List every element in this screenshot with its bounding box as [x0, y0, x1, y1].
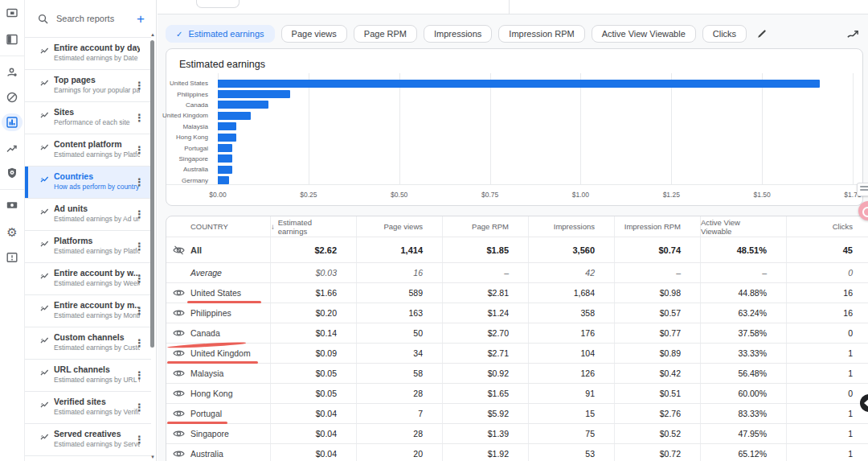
visibility-icon[interactable]: [173, 389, 190, 398]
cell: $2.71: [442, 344, 528, 363]
add-report-button[interactable]: +: [135, 12, 146, 26]
visibility-icon[interactable]: [173, 328, 190, 338]
cell: 65.12%: [700, 444, 786, 461]
more-options-icon[interactable]: ⋮: [134, 305, 145, 317]
more-options-icon[interactable]: ⋮: [134, 208, 145, 220]
more-options-icon[interactable]: ⋮: [134, 176, 145, 188]
sidebar-report-item[interactable]: Content platformEstimated earnings by Pl…: [25, 134, 151, 166]
sidebar-report-item[interactable]: Top pagesEarnings for your popular pa..⋮: [25, 69, 151, 101]
scroll-up-icon[interactable]: ▲: [150, 32, 155, 37]
column-header-7[interactable]: Clicks: [786, 216, 868, 237]
scroll-down-icon[interactable]: ▼: [150, 455, 155, 459]
ads-icon[interactable]: [2, 5, 23, 21]
edit-icon[interactable]: [756, 28, 768, 39]
cell: 56.48%: [700, 364, 786, 383]
sidebar-report-item[interactable]: Entire account by dayEstimated earnings …: [25, 37, 151, 69]
metric-chip[interactable]: Page views: [281, 25, 347, 43]
metric-chip[interactable]: Impressions: [424, 25, 492, 43]
metric-chip[interactable]: Impression RPM: [498, 25, 584, 43]
more-options-icon[interactable]: ⋮: [134, 80, 145, 92]
sidebar-report-item[interactable]: PlatformsEstimated earnings by Platfo..⋮: [25, 230, 151, 262]
toggle-chart-icon[interactable]: [846, 28, 860, 39]
payments-icon[interactable]: [2, 197, 23, 213]
sites-icon[interactable]: [2, 31, 23, 47]
report-item-title: Countries: [54, 171, 139, 181]
visibility-off-icon[interactable]: [173, 245, 190, 255]
account-icon[interactable]: [2, 64, 23, 80]
report-sparkline-icon: [40, 44, 50, 54]
toolbar-remnant: [158, 0, 868, 14]
sidebar-report-item[interactable]: CountriesHow ads perform by country⋮: [25, 166, 151, 198]
row-name-cell: Malaysia: [166, 364, 270, 383]
more-options-icon[interactable]: ⋮: [134, 369, 145, 381]
cell: $1.39: [442, 424, 528, 443]
scrollbar-thumb[interactable]: [150, 40, 154, 348]
more-options-icon[interactable]: ⋮: [134, 241, 145, 253]
column-header-5[interactable]: Impression RPM: [614, 216, 700, 237]
column-header-6[interactable]: Active View Viewable: [700, 216, 786, 237]
sidebar-report-item[interactable]: Ad unitsEstimated earnings by Ad unit⋮: [25, 198, 151, 230]
row-name-cell: Canada: [166, 323, 270, 343]
report-item-text: Served creativesEstimated earnings by Se…: [54, 429, 140, 455]
column-header-0[interactable]: COUNTRY: [166, 216, 270, 237]
column-header-4[interactable]: Impressions: [528, 216, 614, 237]
metric-chip[interactable]: Clicks: [702, 25, 747, 43]
column-header-label: COUNTRY: [190, 222, 228, 231]
sidebar-report-item[interactable]: Custom channelsEstimated earnings by Cus…: [25, 327, 151, 359]
metric-chip[interactable]: Active View Viewable: [592, 25, 696, 43]
search-reports-input[interactable]: Search reports +: [25, 0, 156, 37]
sidebar-report-item[interactable]: Served creativesEstimated earnings by Se…: [25, 423, 151, 455]
visibility-icon[interactable]: [173, 348, 190, 358]
report-item-text: Content platformEstimated earnings by Pl…: [54, 139, 140, 166]
report-item-title: Content platform: [54, 139, 140, 149]
sidebar-report-item[interactable]: Verified sitesEstimated earnings by Veri…: [25, 391, 151, 423]
visibility-icon[interactable]: [173, 429, 190, 438]
cell: 83.33%: [700, 404, 786, 423]
column-header-label: Clicks: [833, 222, 853, 231]
cell: $0.42: [614, 364, 700, 383]
visibility-icon[interactable]: [173, 449, 190, 459]
more-options-icon[interactable]: ⋮: [134, 273, 145, 285]
rail-divider: [0, 56, 25, 56]
cell: 60.00%: [700, 384, 786, 403]
column-header-1[interactable]: ↓Estimated earnings: [270, 216, 356, 237]
column-header-3[interactable]: Page RPM: [442, 216, 528, 237]
sidebar-scrollbar[interactable]: ▲ ▼: [149, 32, 156, 459]
metric-chip[interactable]: ✓Estimated earnings: [166, 25, 275, 43]
x-tick-label: $0.25: [300, 185, 317, 204]
report-item-title: Platforms: [54, 236, 140, 245]
more-options-icon[interactable]: ⋮: [134, 112, 145, 124]
table-row: All$2.621,414$1.853,560$0.7448.51%45: [166, 237, 868, 263]
cell: $0.09: [270, 344, 356, 363]
metric-chip-label: Active View Viewable: [602, 29, 686, 39]
optimization-icon[interactable]: [2, 141, 23, 157]
visibility-icon[interactable]: [173, 368, 190, 378]
metric-chip[interactable]: Page RPM: [354, 25, 417, 43]
row-name: Malaysia: [190, 368, 223, 378]
visibility-icon[interactable]: [173, 308, 190, 318]
blocking-controls-icon[interactable]: [2, 89, 23, 105]
feedback-icon[interactable]: [2, 249, 23, 265]
more-options-icon[interactable]: ⋮: [134, 434, 145, 446]
more-options-icon[interactable]: ⋮: [134, 401, 145, 414]
settings-icon[interactable]: ⚙: [2, 224, 23, 240]
sort-descending-icon: ↓: [271, 222, 275, 231]
chart-bar-row: [218, 164, 853, 175]
cell: 20: [356, 444, 442, 461]
more-options-icon[interactable]: ⋮: [134, 144, 145, 156]
more-options-icon[interactable]: ⋮: [134, 337, 145, 349]
sidebar-report-item[interactable]: Ad formats: [25, 455, 151, 461]
sidebar-report-item[interactable]: SitesPerformance of each site⋮: [25, 101, 151, 134]
cell: $0.72: [614, 444, 700, 461]
search-icon: [38, 14, 48, 24]
sidebar-report-item[interactable]: Entire account by w...Estimated earnings…: [25, 262, 151, 294]
policy-center-icon[interactable]: [2, 165, 23, 181]
sidebar-report-item[interactable]: Entire account by m...Estimated earnings…: [25, 294, 151, 327]
column-header-2[interactable]: Page views: [356, 216, 442, 237]
reports-icon[interactable]: [2, 113, 23, 131]
visibility-icon[interactable]: [173, 288, 190, 298]
report-item-text: Custom channelsEstimated earnings by Cus…: [54, 332, 140, 359]
sidebar-report-item[interactable]: URL channelsEstimated earnings by URL c.…: [25, 359, 151, 391]
visibility-icon[interactable]: [173, 409, 190, 418]
cell: 50: [356, 323, 442, 343]
